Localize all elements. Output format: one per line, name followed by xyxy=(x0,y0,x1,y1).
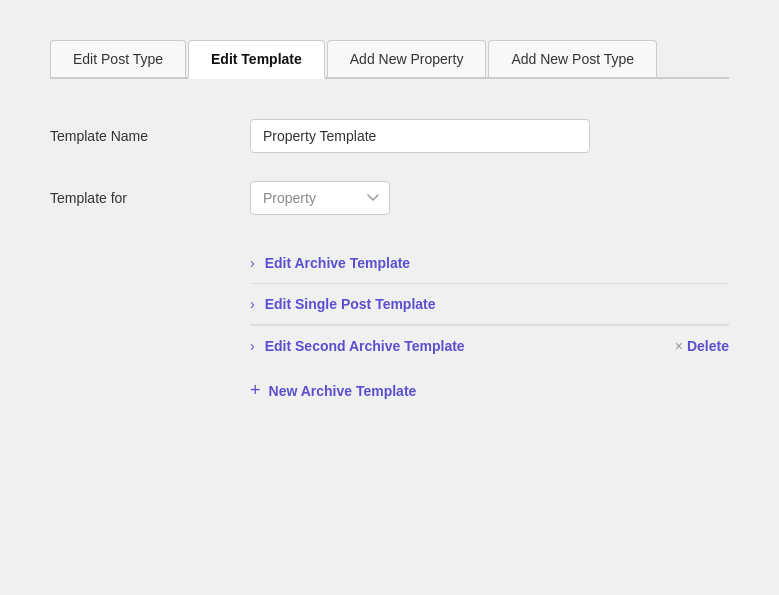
tab-add-new-post-type[interactable]: Add New Post Type xyxy=(488,40,657,77)
tab-edit-template[interactable]: Edit Template xyxy=(188,40,325,79)
template-for-label: Template for xyxy=(50,190,250,206)
tab-bar: Edit Post Type Edit Template Add New Pro… xyxy=(50,40,729,79)
list-item: › Edit Archive Template xyxy=(250,243,729,284)
chevron-icon[interactable]: › xyxy=(250,338,255,354)
edit-single-post-template-link[interactable]: Edit Single Post Template xyxy=(265,296,729,312)
list-item: › Edit Single Post Template xyxy=(250,284,729,325)
edit-second-archive-template-link[interactable]: Edit Second Archive Template xyxy=(265,338,675,354)
new-template-row: + New Archive Template xyxy=(250,380,729,401)
tab-edit-post-type[interactable]: Edit Post Type xyxy=(50,40,186,77)
plus-icon[interactable]: + xyxy=(250,380,261,401)
template-for-row: Template for Property xyxy=(50,181,729,215)
content-area: Template Name Template for Property › Ed… xyxy=(50,109,729,411)
list-item: › Edit Second Archive Template × Delete xyxy=(250,326,729,366)
new-archive-template-link[interactable]: New Archive Template xyxy=(269,383,417,399)
chevron-icon[interactable]: › xyxy=(250,255,255,271)
main-container: Edit Post Type Edit Template Add New Pro… xyxy=(0,0,779,595)
close-icon[interactable]: × xyxy=(675,338,683,354)
template-name-row: Template Name xyxy=(50,119,729,153)
tab-add-new-property[interactable]: Add New Property xyxy=(327,40,487,77)
edit-archive-template-link[interactable]: Edit Archive Template xyxy=(265,255,729,271)
delete-section: × Delete xyxy=(675,338,729,354)
template-name-input[interactable] xyxy=(250,119,590,153)
chevron-icon[interactable]: › xyxy=(250,296,255,312)
delete-button[interactable]: Delete xyxy=(687,338,729,354)
template-name-label: Template Name xyxy=(50,128,250,144)
template-for-select[interactable]: Property xyxy=(250,181,390,215)
template-list: › Edit Archive Template › Edit Single Po… xyxy=(250,243,729,366)
